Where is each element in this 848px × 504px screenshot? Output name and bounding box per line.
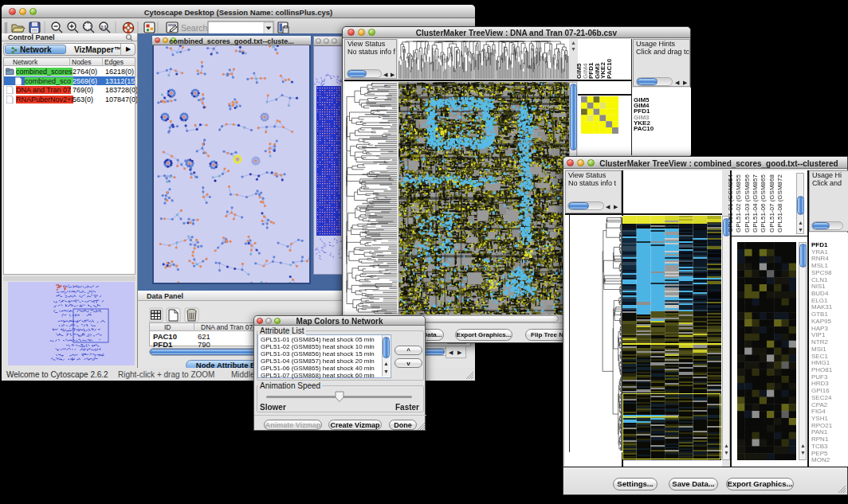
svg-text:Search:: Search: xyxy=(181,23,210,33)
svg-text:1:1: 1:1 xyxy=(100,25,106,29)
